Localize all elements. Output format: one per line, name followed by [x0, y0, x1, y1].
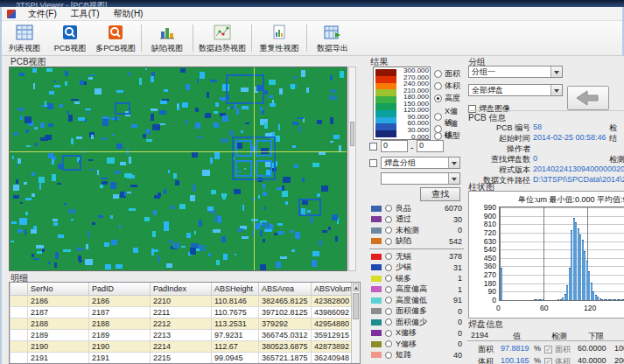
pcb-view-magnifier-icon [61, 24, 79, 42]
radio-button[interactable] [385, 330, 392, 337]
radio-button[interactable] [385, 286, 392, 293]
radio-button[interactable] [385, 340, 392, 347]
pad-select-dropdown[interactable]: 全部焊盘 [468, 84, 563, 96]
toolbar-list-view-button[interactable]: 列表视图 [2, 21, 47, 55]
metric-radio-1[interactable]: 面积 [434, 68, 460, 80]
table-row[interactable]: 21912191221599.0945365721.187536240948 [11, 352, 354, 363]
legend-item[interactable]: 面积偏少0 [369, 317, 464, 328]
legend-item[interactable]: X偏移0 [369, 328, 464, 340]
radio-button[interactable] [434, 82, 442, 90]
radio-button[interactable] [385, 352, 392, 359]
radio-button[interactable] [434, 94, 442, 102]
radio-button[interactable] [385, 253, 392, 260]
details-vertical-scrollbar[interactable] [351, 283, 360, 363]
radio-button[interactable] [385, 264, 392, 271]
menu-help[interactable]: 帮助(H) [107, 6, 151, 22]
legend-label: 少锡 [396, 262, 411, 273]
secondary-dropdown[interactable] [381, 172, 460, 185]
column-header[interactable]: ABSHeight [212, 283, 259, 295]
row-selector[interactable] [11, 306, 28, 318]
column-header[interactable]: PadID [89, 283, 151, 295]
group-select-dropdown[interactable]: 分组一 [468, 66, 563, 78]
menu-file[interactable]: 文件(F) [21, 6, 64, 22]
range-filter-checkbox[interactable] [369, 143, 377, 150]
pcb-pad [48, 153, 53, 158]
search-button[interactable]: 查找 [420, 187, 460, 201]
toolbar-repeat-view-button[interactable]: 重复性视图 [255, 21, 304, 55]
radio-button[interactable] [385, 275, 392, 282]
pcb-pad [210, 158, 214, 164]
toolbar-multi-pcb-view-button[interactable]: 多PCB视图 [93, 21, 138, 55]
legend-item[interactable]: 面积偏多0 [369, 306, 464, 318]
detect-checkbox[interactable]: ✓ [544, 358, 552, 364]
row-selector[interactable] [11, 329, 28, 340]
radio-button[interactable] [385, 297, 392, 304]
pcb-vertical-scrollbar[interactable] [348, 66, 356, 271]
legend-item[interactable]: 少锡31 [369, 262, 464, 274]
pcb-pad [89, 169, 95, 171]
legend-item[interactable]: Y偏移0 [369, 339, 464, 350]
scrollbar-thumb[interactable] [350, 122, 354, 146]
legend-item[interactable]: 通过30 [369, 214, 464, 226]
radio-button[interactable] [385, 238, 392, 245]
scroll-up-arrow[interactable] [353, 284, 359, 291]
back-arrow-button[interactable] [567, 86, 609, 110]
legend-item[interactable]: 短路40 [369, 350, 464, 361]
metric-radio-3[interactable]: 高度 [434, 93, 460, 104]
pad-group-dropdown[interactable]: 焊盘分组 [381, 157, 460, 169]
range-from-input[interactable]: 0 [381, 140, 408, 152]
table-row[interactable]: 218821882212113.253137929242954880 [11, 318, 354, 329]
row-selector[interactable] [11, 352, 28, 363]
pcb-component-outline [115, 102, 130, 115]
legend-item[interactable]: 缺陷542 [369, 236, 464, 248]
table-cell: 365721.1875 [259, 352, 312, 363]
menu-tools[interactable]: 工具(T) [64, 6, 107, 22]
radio-button[interactable] [385, 308, 392, 315]
column-header[interactable]: ABSVolume [312, 283, 354, 295]
toolbar-pcb-view-button[interactable]: PCB视图 [47, 21, 93, 55]
metric-radio-2[interactable]: 体积 [434, 80, 460, 92]
column-header[interactable]: PadIndex [151, 283, 212, 295]
legend-item[interactable]: 良品6070 [369, 203, 464, 214]
pcb-pad [295, 232, 301, 238]
pcb-pad [179, 204, 185, 209]
toolbar-trend-view-button[interactable]: 数据趋势视图 [196, 21, 249, 55]
row-selector[interactable] [11, 318, 28, 329]
scrollbar-thumb[interactable] [353, 293, 359, 319]
row-selector[interactable] [11, 340, 28, 352]
radio-button[interactable] [385, 318, 392, 326]
radio-button[interactable] [434, 132, 442, 140]
legend-item[interactable]: 高度偏高1 [369, 284, 464, 296]
row-selector[interactable] [11, 295, 28, 306]
scale-band [375, 110, 396, 117]
legend-item[interactable]: 高度偏低91 [369, 295, 464, 306]
radio-button[interactable] [385, 205, 392, 212]
legend-item[interactable]: 无锡378 [369, 251, 464, 262]
table-row[interactable]: 218621862210110.8146382465.812542382800 [11, 295, 354, 306]
legend-label: 缺陷 [396, 235, 411, 247]
radio-button[interactable] [385, 227, 392, 234]
legend-item[interactable]: 锡多1 [369, 273, 464, 284]
legend-item[interactable]: 未检测0 [369, 225, 464, 236]
table-cell: 2190 [89, 340, 151, 352]
column-header[interactable]: SerNo [28, 283, 89, 295]
pcb-pad [186, 233, 190, 239]
radio-button[interactable] [434, 70, 442, 78]
column-header[interactable]: ABSArea [259, 283, 312, 295]
pcb-canvas[interactable] [9, 66, 347, 271]
radio-button[interactable] [385, 216, 392, 223]
pcb-pad [282, 191, 287, 197]
pcb-pad [312, 260, 316, 266]
detect-checkbox[interactable]: ✓ [544, 346, 552, 354]
table-row[interactable]: 218721872211110.7675397102.812543986092 [11, 306, 354, 318]
pcb-pad [98, 215, 103, 218]
gridline-horizontal [500, 233, 624, 234]
toolbar-defect-view-button[interactable]: 缺陷视图 [144, 21, 190, 55]
pad-group-checkbox[interactable] [369, 159, 377, 167]
table-row[interactable]: 219021902214112.67380523.687542873892 [11, 340, 354, 352]
range-to-input[interactable]: 0 [417, 140, 444, 152]
legend-label: 通过 [396, 214, 411, 225]
toolbar-export-button[interactable]: 数据导出 [310, 21, 355, 55]
pcb-pad [330, 117, 334, 123]
table-row[interactable]: 21892189221397.9231366745.031235912915 [11, 329, 354, 340]
